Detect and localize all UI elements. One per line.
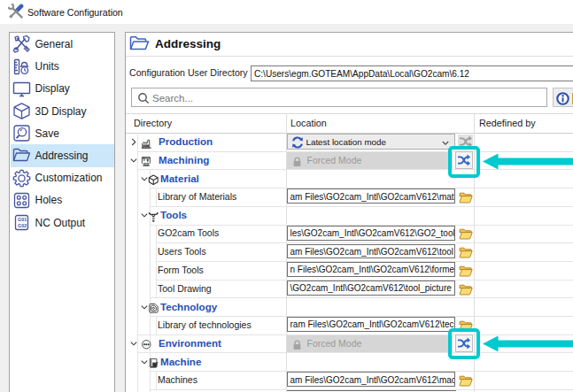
svg-text:G01: G01	[18, 217, 27, 222]
svg-text:G02: G02	[18, 223, 27, 228]
